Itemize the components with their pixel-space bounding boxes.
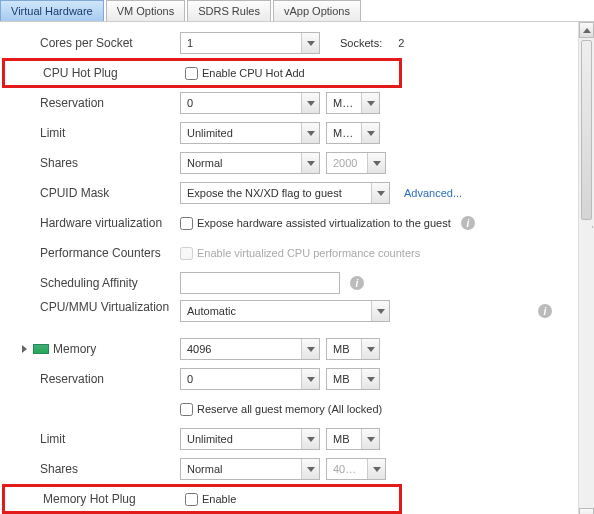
chevron-down-icon	[301, 93, 319, 113]
expand-icon	[22, 345, 27, 353]
label-cpuid-mask: CPUID Mask	[0, 186, 180, 200]
chevron-down-icon	[361, 429, 379, 449]
checkbox-hw-virt[interactable]: Expose hardware assisted virtualization …	[180, 217, 451, 230]
vertical-scrollbar[interactable]	[578, 22, 594, 514]
chevron-down-icon	[301, 429, 319, 449]
mem-reservation-unit[interactable]: MB	[326, 368, 380, 390]
chevron-down-icon	[301, 459, 319, 479]
cores-per-socket-select[interactable]: 1	[180, 32, 320, 54]
tab-virtual-hardware[interactable]: Virtual Hardware	[0, 0, 104, 21]
info-icon[interactable]: i	[538, 304, 552, 318]
chevron-down-icon	[361, 123, 379, 143]
info-icon[interactable]: i	[350, 276, 364, 290]
chevron-down-icon	[367, 153, 385, 173]
chevron-down-icon	[301, 153, 319, 173]
tab-bar: Virtual Hardware VM Options SDRS Rules v…	[0, 0, 594, 22]
label-memory[interactable]: Memory	[0, 342, 180, 356]
cpu-reservation-unit[interactable]: MHz	[326, 92, 380, 114]
chevron-down-icon	[361, 339, 379, 359]
mem-reservation-select[interactable]: 0	[180, 368, 320, 390]
link-advanced[interactable]: Advanced...	[404, 187, 462, 199]
memory-icon	[33, 344, 49, 354]
mem-shares-value: 40960	[326, 458, 386, 480]
tab-sdrs-rules[interactable]: SDRS Rules	[187, 0, 271, 21]
cpu-reservation-select[interactable]: 0	[180, 92, 320, 114]
scroll-thumb[interactable]	[581, 40, 592, 220]
label-sched-affinity: Scheduling Affinity	[0, 276, 180, 290]
scroll-down-icon[interactable]	[579, 508, 594, 514]
label-sockets: Sockets:	[340, 37, 382, 49]
chevron-down-icon	[301, 33, 319, 53]
label-mem-shares: Shares	[0, 462, 180, 476]
input-sched-affinity[interactable]	[180, 272, 340, 294]
checkbox-reserve-all-memory[interactable]: Reserve all guest memory (All locked)	[180, 403, 382, 416]
cpuid-mask-select[interactable]: Expose the NX/XD flag to guest	[180, 182, 390, 204]
label-cpu-reservation: Reservation	[0, 96, 180, 110]
chevron-down-icon	[371, 301, 389, 321]
cpu-shares-value: 2000	[326, 152, 386, 174]
label-cpu-hot-plug: CPU Hot Plug	[5, 66, 185, 80]
chevron-down-icon	[367, 459, 385, 479]
label-hw-virt: Hardware virtualization	[0, 216, 180, 230]
label-cpu-mmu: CPU/MMU Virtualization	[0, 300, 180, 314]
chevron-down-icon	[361, 93, 379, 113]
info-icon[interactable]: i	[461, 216, 475, 230]
label-mem-limit: Limit	[0, 432, 180, 446]
mem-shares-select[interactable]: Normal	[180, 458, 320, 480]
label-cores-per-socket: Cores per Socket	[0, 36, 180, 50]
mem-limit-unit[interactable]: MB	[326, 428, 380, 450]
tab-vm-options[interactable]: VM Options	[106, 0, 185, 21]
chevron-down-icon	[361, 369, 379, 389]
tab-vapp-options[interactable]: vApp Options	[273, 0, 361, 21]
cpu-limit-select[interactable]: Unlimited	[180, 122, 320, 144]
label-perf-counters: Performance Counters	[0, 246, 180, 260]
scroll-up-icon[interactable]	[579, 22, 594, 38]
chevron-down-icon	[371, 183, 389, 203]
value-sockets: 2	[398, 37, 404, 49]
label-cpu-shares: Shares	[0, 156, 180, 170]
cpu-mmu-select[interactable]: Automatic	[180, 300, 390, 322]
cpu-shares-select[interactable]: Normal	[180, 152, 320, 174]
checkbox-cpu-hot-add[interactable]: Enable CPU Hot Add	[185, 67, 305, 80]
label-mem-hot-plug: Memory Hot Plug	[5, 492, 185, 506]
mem-limit-select[interactable]: Unlimited	[180, 428, 320, 450]
checkbox-perf-counters: Enable virtualized CPU performance count…	[180, 247, 420, 260]
chevron-down-icon	[301, 123, 319, 143]
memory-size-unit[interactable]: MB	[326, 338, 380, 360]
cpu-limit-unit[interactable]: MHz	[326, 122, 380, 144]
settings-panel: Cores per Socket 1 Sockets: 2 CPU Hot Pl…	[0, 22, 572, 514]
memory-size-select[interactable]: 4096	[180, 338, 320, 360]
chevron-down-icon	[301, 369, 319, 389]
checkbox-mem-hot-plug[interactable]: Enable	[185, 493, 236, 506]
chevron-down-icon	[301, 339, 319, 359]
label-cpu-limit: Limit	[0, 126, 180, 140]
label-mem-reservation: Reservation	[0, 372, 180, 386]
